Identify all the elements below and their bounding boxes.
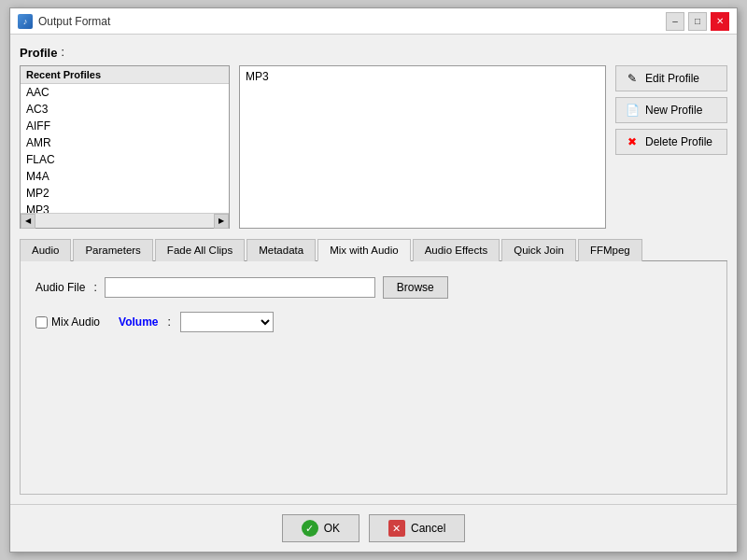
edit-profile-button[interactable]: ✎ Edit Profile [615, 65, 727, 91]
ok-label: OK [324, 522, 340, 535]
ok-icon: ✓ [302, 520, 318, 537]
maximize-button[interactable]: □ [688, 12, 707, 31]
minimize-button[interactable]: – [666, 12, 684, 31]
tab-audio-effects[interactable]: Audio Effects [413, 239, 500, 261]
scroll-left-arrow[interactable]: ◀ [21, 214, 35, 229]
mix-audio-row: Mix Audio Volume : 10%20%30%40%50%60%70%… [35, 312, 712, 332]
window-body: Profile : Recent Profiles AACAC3AIFFAMRF… [10, 35, 737, 504]
tabs-container: AudioParametersFade All ClipsMetadataMix… [20, 238, 727, 261]
scroll-right-arrow[interactable]: ▶ [214, 214, 229, 229]
cancel-label: Cancel [411, 522, 445, 535]
audio-file-label: Audio File [35, 281, 85, 294]
profile-selected-value: MP3 [246, 70, 269, 83]
horizontal-scrollbar[interactable]: ◀ ▶ [21, 213, 229, 228]
profile-list-header: Recent Profiles [21, 66, 229, 84]
profile-list-item[interactable]: FLAC [21, 151, 229, 168]
volume-label: Volume [119, 315, 158, 329]
tab-parameters[interactable]: Parameters [73, 239, 152, 261]
profile-list-scroll[interactable]: AACAC3AIFFAMRFLACM4AMP2MP3OGG [21, 84, 229, 213]
close-button[interactable]: ✕ [711, 12, 729, 31]
audio-file-input[interactable] [105, 277, 375, 298]
profile-list-item[interactable]: MP3 [21, 202, 229, 213]
cancel-icon: ✕ [388, 520, 405, 537]
new-profile-button[interactable]: 📄 New Profile [615, 97, 727, 123]
edit-profile-label: Edit Profile [645, 72, 699, 85]
bottom-bar: ✓ OK ✕ Cancel [10, 504, 737, 552]
profile-list-item[interactable]: MP2 [21, 185, 229, 202]
delete-profile-label: Delete Profile [645, 135, 712, 148]
profile-list-item[interactable]: AAC [21, 84, 229, 101]
tab-mix-with-audio[interactable]: Mix with Audio [317, 239, 411, 261]
volume-colon: : [167, 315, 170, 329]
new-profile-label: New Profile [645, 104, 702, 117]
tab-ffmpeg[interactable]: FFMpeg [578, 239, 642, 261]
mix-audio-checkbox-label[interactable]: Mix Audio [35, 315, 100, 329]
cancel-button[interactable]: ✕ Cancel [369, 514, 465, 542]
tab-metadata[interactable]: Metadata [247, 239, 316, 261]
profile-section: Recent Profiles AACAC3AIFFAMRFLACM4AMP2M… [20, 65, 727, 229]
profile-label: Profile [20, 44, 57, 60]
tab-quick-join[interactable]: Quick Join [501, 239, 576, 261]
edit-icon: ✎ [624, 70, 641, 87]
window-title: Output Format [38, 15, 110, 28]
title-bar-left: ♪ Output Format [18, 14, 110, 29]
app-icon: ♪ [18, 14, 33, 29]
profile-colon: : [61, 46, 63, 59]
tab-content: Audio File : Browse Mix Audio Volume : 1… [20, 261, 727, 495]
tab-audio[interactable]: Audio [20, 239, 71, 261]
mix-audio-label: Mix Audio [51, 315, 100, 329]
ok-button[interactable]: ✓ OK [282, 514, 359, 542]
new-icon: 📄 [624, 102, 641, 119]
profile-list-item[interactable]: AC3 [21, 101, 229, 118]
profile-list-item[interactable]: AMR [21, 134, 229, 151]
volume-dropdown[interactable]: 10%20%30%40%50%60%70%80%90%100% [180, 312, 274, 332]
audio-file-row: Audio File : Browse [35, 276, 712, 299]
profile-list-item[interactable]: M4A [21, 168, 229, 185]
title-bar: ♪ Output Format – □ ✕ [10, 8, 737, 35]
profile-buttons: ✎ Edit Profile 📄 New Profile ✖ Delete Pr… [615, 65, 727, 155]
output-format-window: ♪ Output Format – □ ✕ Profile : Recent P… [9, 7, 738, 553]
profile-selected-box: MP3 [239, 65, 606, 229]
tab-fade-all-clips[interactable]: Fade All Clips [155, 239, 245, 261]
mix-audio-checkbox[interactable] [35, 316, 48, 329]
profile-row: Profile : [20, 44, 727, 60]
profile-list-item[interactable]: AIFF [21, 118, 229, 134]
audio-file-colon: : [93, 281, 96, 294]
delete-profile-button[interactable]: ✖ Delete Profile [615, 129, 727, 155]
browse-button[interactable]: Browse [383, 276, 448, 299]
delete-icon: ✖ [624, 133, 641, 150]
scroll-track[interactable] [35, 214, 214, 228]
profile-content: Recent Profiles AACAC3AIFFAMRFLACM4AMP2M… [20, 65, 606, 229]
title-controls: – □ ✕ [666, 12, 729, 31]
profile-list-container: Recent Profiles AACAC3AIFFAMRFLACM4AMP2M… [20, 65, 230, 229]
